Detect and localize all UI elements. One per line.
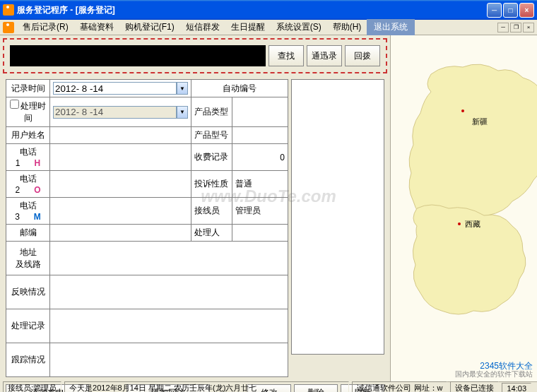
- record-time-label: 记录时间: [6, 80, 50, 97]
- charge-record-value[interactable]: 0: [232, 144, 288, 171]
- address-label: 地址 及线路: [6, 242, 50, 275]
- process-time-input: [53, 106, 177, 119]
- phone3-letter: M: [34, 212, 41, 222]
- phone2-label: 电话2: [15, 174, 36, 195]
- corner-logo: 2345软件大全 国内最安全的软件下载站: [455, 362, 533, 379]
- status-time: 14:03: [502, 383, 531, 393]
- status-bar: 接线员:管理员 今天是2012年8月14日 星期二 农历壬辰年(龙)六月廿七 诚…: [0, 381, 537, 392]
- menu-settings[interactable]: 系统设置(S): [271, 19, 327, 35]
- tracking-textarea[interactable]: [50, 343, 288, 374]
- process-record-label: 处理记录: [6, 309, 50, 343]
- product-model-value[interactable]: [232, 127, 288, 144]
- map-dot-xizang: [458, 222, 461, 225]
- mdi-close[interactable]: ×: [523, 23, 534, 32]
- menu-basic-data[interactable]: 基础资料: [74, 19, 119, 35]
- minimize-button[interactable]: ─: [487, 3, 502, 18]
- title-bar: 服务登记程序 - [服务登记] ─ □ ×: [0, 0, 537, 20]
- maximize-button[interactable]: □: [503, 3, 518, 18]
- postcode-label: 邮编: [6, 225, 50, 242]
- handler-label: 处理人: [191, 225, 232, 242]
- process-time-dropdown[interactable]: ▼: [177, 106, 188, 119]
- corner-line1: 2345软件大全: [455, 362, 533, 370]
- menu-sms[interactable]: 短信群发: [180, 19, 225, 35]
- map-panel: 新疆 西藏 2345软件大全 国内最安全的软件下载站: [390, 35, 537, 381]
- contacts-button[interactable]: 通迅录: [307, 45, 342, 66]
- phone2-letter: O: [34, 185, 40, 195]
- complaint-nature-label: 投诉性质: [191, 171, 232, 198]
- process-record-textarea[interactable]: [50, 309, 288, 340]
- feedback-label: 反映情况: [6, 275, 50, 309]
- search-display: [10, 45, 266, 66]
- mdi-restore[interactable]: ❐: [510, 23, 521, 32]
- product-category-label: 产品类型: [191, 97, 232, 127]
- phone3-value[interactable]: [50, 198, 191, 225]
- search-bar: 查找 通迅录 回拨: [3, 38, 387, 73]
- phone1-letter: H: [35, 158, 41, 168]
- auto-number-label: 自动编号: [191, 80, 288, 97]
- phone1-value[interactable]: [50, 144, 191, 171]
- menu-exit[interactable]: 退出系统: [367, 19, 415, 35]
- menu-after-sales[interactable]: 售后记录(R): [17, 19, 74, 35]
- product-model-label: 产品型号: [191, 127, 232, 144]
- map-svg: [396, 35, 537, 367]
- phone1-label: 电话1: [16, 147, 37, 168]
- product-category-value[interactable]: [232, 97, 288, 127]
- mdi-minimize[interactable]: ─: [497, 23, 509, 32]
- menu-purchase[interactable]: 购机登记(F1): [119, 19, 180, 35]
- process-time-checkbox[interactable]: [10, 100, 19, 109]
- status-operator: 接线员:管理员: [3, 381, 61, 392]
- process-time-label: 处理时间: [20, 101, 46, 123]
- user-name-label: 用户姓名: [6, 127, 50, 144]
- menu-help[interactable]: 帮助(H): [327, 19, 367, 35]
- map-label-xinjiang: 新疆: [472, 117, 488, 127]
- menu-bar: 售后记录(R) 基础资料 购机登记(F1) 短信群发 生日提醒 系统设置(S) …: [0, 20, 537, 35]
- operator-label: 接线员: [191, 198, 232, 225]
- status-company: 诚信通软件公司 网址：w: [352, 381, 447, 392]
- display-panel: [291, 79, 384, 355]
- address-textarea[interactable]: [50, 242, 288, 273]
- form-table: 记录时间 ▼ 自动编号 处理时间: [6, 79, 288, 377]
- feedback-textarea[interactable]: [50, 275, 288, 307]
- app-icon-small: [3, 22, 14, 33]
- app-icon: [3, 4, 14, 16]
- close-button[interactable]: ×: [519, 3, 534, 18]
- map-label-xizang: 西藏: [465, 219, 480, 230]
- window-title: 服务登记程序 - [服务登记]: [17, 4, 487, 16]
- complaint-nature-value[interactable]: 普通: [232, 171, 288, 198]
- map-dot-xinjiang: [461, 109, 464, 112]
- callback-button[interactable]: 回拨: [345, 45, 380, 66]
- user-name-value[interactable]: [50, 127, 191, 144]
- operator-value[interactable]: 管理员: [232, 198, 288, 225]
- record-time-dropdown[interactable]: ▼: [177, 82, 188, 95]
- charge-record-label: 收费记录: [191, 144, 232, 171]
- status-device: 设备已连接: [450, 381, 499, 392]
- phone3-label: 电话3: [15, 201, 36, 222]
- postcode-value[interactable]: [50, 225, 191, 242]
- find-button[interactable]: 查找: [268, 45, 304, 66]
- phone2-value[interactable]: [50, 171, 191, 198]
- menu-birthday[interactable]: 生日提醒: [225, 19, 271, 35]
- record-time-input[interactable]: [53, 82, 177, 95]
- tracking-label: 跟踪情况: [6, 343, 50, 377]
- corner-line2: 国内最安全的软件下载站: [455, 370, 533, 379]
- status-date: 今天是2012年8月14日 星期二 农历壬辰年(龙)六月廿七: [64, 381, 349, 392]
- handler-value[interactable]: [232, 225, 288, 242]
